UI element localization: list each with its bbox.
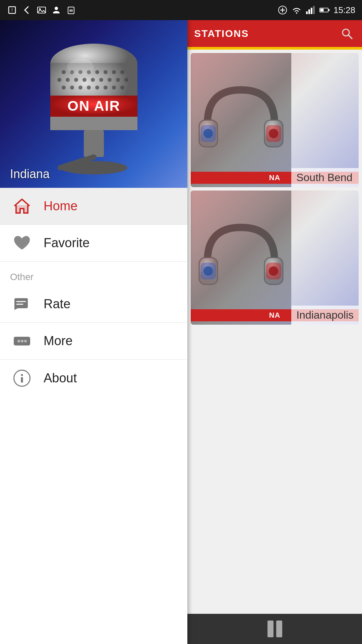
other-section-header: Other	[0, 262, 187, 286]
signal-icon	[305, 5, 316, 15]
svg-rect-16	[320, 9, 323, 11]
wifi-icon	[291, 5, 302, 15]
svg-point-44	[120, 86, 124, 90]
svg-point-36	[124, 78, 128, 82]
more-icon	[10, 329, 34, 353]
station-card-2[interactable]: NA Indianapolis	[191, 191, 359, 325]
drawer: ON AIR Indiana	[0, 20, 187, 644]
svg-point-43	[112, 86, 116, 90]
hero-image: ON AIR Indiana	[0, 20, 187, 188]
right-panel: STATIONS	[187, 20, 362, 644]
station-name-2: Indianapolis	[291, 306, 359, 325]
svg-point-37	[62, 86, 66, 90]
more-label: More	[44, 334, 73, 348]
svg-rect-2	[38, 7, 46, 13]
svg-point-30	[74, 78, 78, 82]
svg-rect-48	[84, 130, 104, 157]
nav-item-more[interactable]: More	[0, 323, 187, 360]
nav-item-about[interactable]: About	[0, 360, 187, 396]
svg-rect-52	[14, 298, 28, 308]
svg-point-4	[55, 7, 58, 10]
svg-point-57	[21, 340, 23, 342]
svg-point-39	[78, 86, 82, 90]
status-bar-left: !	[7, 5, 76, 15]
accent-bar	[187, 47, 362, 50]
svg-rect-17	[328, 9, 329, 11]
svg-point-51	[67, 59, 94, 75]
nav-item-home[interactable]: Home	[0, 188, 187, 225]
rate-icon	[10, 292, 34, 316]
svg-point-42	[104, 86, 108, 90]
svg-point-58	[24, 340, 27, 342]
rate-label: Rate	[44, 297, 70, 311]
time-display: 15:28	[334, 5, 355, 15]
svg-point-33	[99, 78, 103, 82]
svg-rect-61	[21, 377, 23, 383]
status-bar: !	[0, 0, 362, 20]
svg-line-63	[348, 35, 352, 39]
svg-point-27	[120, 70, 124, 74]
nav-item-rate[interactable]: Rate	[0, 286, 187, 323]
player-bar	[187, 614, 362, 644]
station-name-1: South Bend	[291, 168, 359, 187]
add-icon	[277, 5, 288, 15]
notification-icon: !	[7, 5, 17, 15]
svg-text:!: !	[11, 7, 13, 13]
svg-rect-47	[50, 117, 137, 130]
nav-section: Home Favorite Other	[0, 188, 187, 644]
right-panel-title: STATIONS	[194, 28, 249, 39]
svg-rect-14	[313, 6, 315, 14]
location-label: Indiana	[10, 167, 50, 181]
battery-icon	[319, 5, 330, 15]
pause-button[interactable]	[267, 621, 282, 637]
favorite-label: Favorite	[44, 236, 89, 250]
svg-point-41	[95, 86, 99, 90]
svg-point-34	[108, 78, 112, 82]
svg-point-26	[112, 70, 116, 74]
about-label: About	[44, 371, 77, 385]
stations-list: NA South Bend	[187, 50, 362, 614]
image-icon	[36, 5, 47, 15]
svg-point-56	[17, 340, 20, 342]
info-icon	[10, 366, 34, 390]
sim-icon	[66, 5, 76, 15]
svg-rect-13	[311, 8, 312, 14]
right-header: STATIONS	[187, 20, 362, 47]
svg-point-38	[70, 86, 74, 90]
svg-point-31	[82, 78, 86, 82]
svg-rect-6	[69, 9, 73, 12]
home-label: Home	[44, 199, 77, 213]
status-bar-right: 15:28	[277, 5, 355, 15]
svg-text:ON AIR: ON AIR	[67, 98, 120, 114]
app-container: ON AIR Indiana	[0, 20, 362, 644]
person-icon	[51, 5, 62, 15]
pause-bar-right	[276, 621, 282, 637]
svg-point-10	[296, 12, 297, 14]
mic-container: ON AIR	[0, 20, 187, 188]
home-icon	[10, 195, 34, 218]
svg-point-40	[87, 86, 91, 90]
svg-point-32	[91, 78, 95, 82]
svg-point-24	[95, 70, 99, 74]
svg-point-20	[62, 70, 66, 74]
svg-point-60	[21, 374, 23, 376]
station-card-1[interactable]: NA South Bend	[191, 53, 359, 187]
search-button[interactable]	[339, 25, 355, 42]
svg-rect-12	[308, 9, 310, 14]
svg-point-35	[116, 78, 120, 82]
pause-bar-left	[267, 621, 274, 637]
heart-icon	[10, 231, 34, 255]
svg-point-28	[57, 78, 61, 82]
svg-point-25	[104, 70, 108, 74]
svg-rect-11	[306, 11, 308, 14]
nav-item-favorite[interactable]: Favorite	[0, 225, 187, 262]
microphone-svg: ON AIR	[7, 23, 181, 184]
back-icon[interactable]	[21, 5, 32, 15]
svg-point-29	[66, 78, 70, 82]
